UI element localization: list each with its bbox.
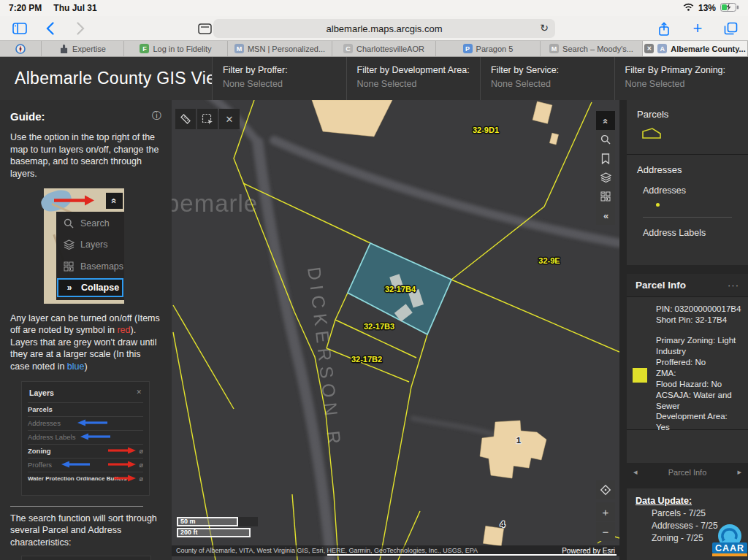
status-bar: 7:20 PM Thu Jul 31 13%: [0, 0, 748, 16]
eye-off-icon: ø: [140, 461, 144, 469]
basemap-button[interactable]: [596, 187, 615, 206]
legend-addresses-layer: Addresses: [643, 185, 738, 196]
tab-charlottesville-aor[interactable]: C CharlottesvilleAOR: [332, 41, 436, 56]
eye-off-icon: ø: [140, 448, 144, 455]
search-icon: [63, 218, 75, 229]
share-icon[interactable]: [656, 16, 672, 41]
parcel-label: 32-9E: [538, 256, 560, 265]
parcel-flood-hazard: Flood Hazard: No: [656, 379, 742, 390]
filter-primary-zoning[interactable]: Filter By Primary Zoning: None Selected: [614, 57, 748, 100]
basemap-grid-icon: [63, 261, 75, 272]
blue-arrow-icon: [80, 433, 111, 442]
tabs-icon[interactable]: [722, 16, 739, 41]
tab-albemarle-active[interactable]: ✕ A Albemarle County...: [643, 41, 748, 56]
close-tool-button[interactable]: ✕: [219, 109, 240, 129]
layer-row-zoning: Zoning ø: [28, 444, 143, 458]
tab-fidelity[interactable]: F Log in to Fidelity: [124, 41, 228, 56]
legend-addresses-group: Addresses: [637, 164, 738, 175]
expand-button-icon: «: [106, 193, 123, 209]
zoom-in-button[interactable]: +: [596, 502, 615, 521]
filter-proffer[interactable]: Filter by Proffer: None Selected: [212, 57, 346, 100]
parcel-label: 32-9D1: [473, 126, 499, 134]
filter-development-area[interactable]: Filter by Development Area: None Selecte…: [346, 57, 481, 100]
map-side-toolbar: « «: [596, 111, 615, 225]
guide-paragraph-2: Any layer can be turned on/off (Items of…: [10, 312, 161, 373]
app-header: Albemarle County GIS Viewer Filter by Pr…: [0, 57, 748, 100]
tab-favicon: [59, 44, 69, 53]
close-icon: ✕: [136, 388, 142, 397]
tab-favicon: C: [343, 44, 353, 53]
sidebar-toggle-icon[interactable]: [12, 16, 28, 41]
scale-imperial: 200 ft: [177, 528, 251, 537]
legend-panel: Parcels Addresses Addresses Address Labe…: [627, 100, 748, 265]
illustration-tool-menu: Search Layers Basemaps » Collapse: [56, 212, 124, 300]
parcel-pin: PIN: 032000000017B4: [656, 304, 742, 315]
zoning-color-swatch: [633, 368, 647, 383]
tab-favicon: M: [234, 44, 244, 53]
red-arrow-icon: [53, 195, 94, 209]
reload-icon[interactable]: ↻: [540, 22, 549, 34]
browser-toolbar: albemarle.maps.arcgis.com ↻ +: [0, 16, 748, 41]
layers-button[interactable]: [596, 168, 615, 187]
data-update-line: Parcels - 7/25: [652, 508, 739, 518]
red-arrow-icon: [114, 475, 136, 483]
map-canvas[interactable]: bemarle DICKERSON RD: [172, 100, 619, 560]
battery-icon: [720, 3, 739, 14]
data-update-title: Data Update:: [636, 496, 739, 506]
tab-expertise[interactable]: Expertise: [42, 41, 124, 56]
info-icon[interactable]: ⓘ: [152, 110, 161, 123]
layers-icon: [63, 239, 75, 250]
back-button[interactable]: [42, 16, 57, 41]
wifi-icon: [683, 3, 694, 13]
map-viewport[interactable]: bemarle DICKERSON RD: [172, 100, 619, 560]
guide-illustration-layers: Layers ✕ Parcels Addresses Address Label…: [21, 381, 150, 496]
tab-close-icon[interactable]: ✕: [644, 44, 654, 53]
tab-favicon: A: [657, 44, 667, 53]
parcel-acsaja: ACSAJA: Water and Sewer: [656, 390, 742, 412]
battery-percent: 13%: [698, 3, 716, 13]
tab-moodys[interactable]: M Search – Moody's...: [541, 41, 643, 56]
pager-label: Parcel Info: [668, 468, 707, 477]
address-dot-icon: [656, 203, 660, 207]
select-tool-button[interactable]: [197, 109, 218, 129]
zoom-controls: + −: [596, 502, 615, 542]
bookmark-button[interactable]: [596, 149, 615, 168]
layer-row-proffers: Proffers ø: [28, 458, 143, 472]
blue-arrow-icon: [61, 461, 91, 469]
divider: [10, 506, 143, 507]
locate-button[interactable]: [596, 480, 615, 499]
tab-msn[interactable]: M MSN | Personalized...: [228, 41, 332, 56]
filter-service[interactable]: Filter by Service: None Selected: [480, 57, 614, 100]
parcel-proffered: Proffered: No: [656, 357, 742, 368]
guide-paragraph-3: The search function will sort through se…: [10, 513, 161, 549]
overflow-menu-icon[interactable]: ···: [728, 283, 739, 288]
tab-pinned[interactable]: [0, 41, 42, 56]
parcel-polygon-icon: [641, 127, 738, 143]
data-update-panel: Data Update: Parcels - 7/25 Addresses - …: [627, 488, 748, 560]
tab-bar: Expertise F Log in to Fidelity M MSN | P…: [0, 41, 748, 57]
forward-button[interactable]: [73, 16, 88, 41]
parcel-development-area: Development Area: Yes: [656, 411, 742, 433]
parcel-label: 32-17B2: [351, 355, 382, 364]
new-tab-icon[interactable]: +: [690, 16, 706, 41]
guide-illustration-search: Search ✕ ▼ Find address or place Search …: [21, 556, 151, 560]
address-bar[interactable]: albemarle.maps.arcgis.com ↻: [213, 19, 555, 38]
measure-tool-button[interactable]: [175, 109, 196, 129]
menu-item-layers: Layers: [56, 235, 124, 254]
eye-off-icon: ø: [140, 475, 144, 483]
tab-overview-icon[interactable]: [196, 16, 213, 41]
expand-up-button[interactable]: «: [596, 111, 615, 130]
pager-next-icon[interactable]: ▸: [737, 467, 741, 477]
layer-row-parcels: Parcels: [28, 402, 143, 416]
tab-favicon: M: [549, 44, 559, 53]
search-button[interactable]: [596, 130, 615, 149]
pager-prev-icon[interactable]: ◂: [633, 467, 638, 477]
guide-panel: Guide: ⓘ Use the option in the top right…: [0, 100, 172, 560]
collapse-left-button[interactable]: «: [596, 206, 615, 225]
parcel-info-pager: ◂ Parcel Info ▸: [627, 463, 748, 481]
parcel-info-panel: Parcel Info ··· PIN: 032000000017B4 Shor…: [627, 274, 748, 481]
divider: [627, 154, 748, 155]
tab-paragon[interactable]: P Paragon 5: [436, 41, 541, 56]
menu-item-search: Search: [56, 214, 124, 233]
zoom-out-button[interactable]: −: [596, 522, 615, 541]
